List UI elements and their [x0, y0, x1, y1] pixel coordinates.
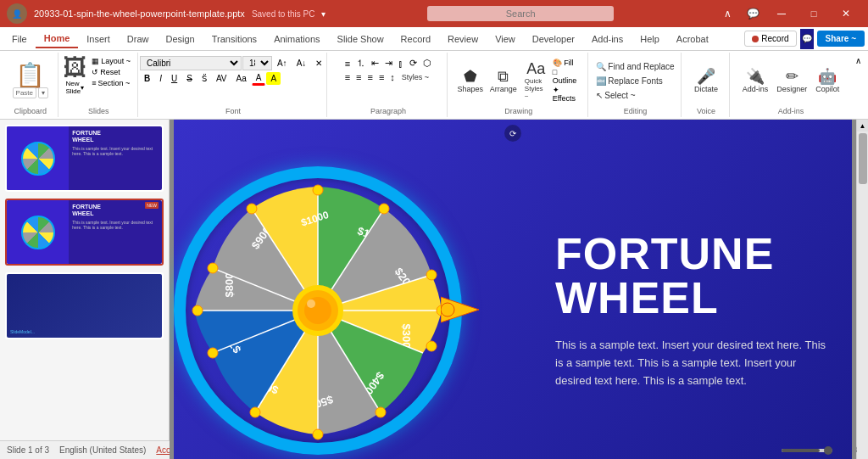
tab-view[interactable]: View [487, 31, 524, 48]
clear-format-btn[interactable]: ✕ [311, 57, 326, 70]
align-left-btn[interactable]: ≡ [342, 71, 353, 83]
char-spacing-btn[interactable]: AV [212, 72, 231, 85]
thumb2-text: This is sample text. Insert your desired… [72, 220, 159, 231]
layout-button[interactable]: ▦ Layout ~ [88, 56, 134, 66]
strikethrough-button[interactable]: S [182, 72, 197, 85]
font-case-btn[interactable]: Aa [231, 72, 250, 85]
font-decrease-btn[interactable]: A↓ [292, 57, 311, 70]
tab-transitions[interactable]: Transitions [203, 31, 265, 48]
tab-record[interactable]: Record [392, 31, 439, 48]
font-size-select[interactable]: 18 [242, 56, 272, 70]
new-slide-label[interactable]: NewSlide▾ [65, 80, 84, 95]
align-right-btn[interactable]: ≡ [365, 71, 376, 83]
font-increase-btn[interactable]: A↑ [273, 57, 292, 70]
styles-button[interactable]: Styles ~ [398, 72, 432, 82]
tab-insert[interactable]: Insert [78, 31, 119, 48]
slide-controls: ▦ Layout ~ ↺ Reset ≡ Section ~ [88, 56, 134, 88]
find-replace-button[interactable]: 🔍 Find and Replace [593, 60, 677, 73]
comment-btn[interactable]: 💬 [741, 2, 765, 25]
paste-dropdown[interactable]: ▾ [38, 87, 48, 98]
collapse-ribbon-btn[interactable]: ∧ [854, 54, 863, 67]
ribbon-collapse-btn[interactable]: ∧ [715, 2, 739, 25]
dictate-icon: 🎤 [697, 69, 715, 84]
shape-fill-btn[interactable]: 🎨 Fill [553, 59, 582, 67]
shape-effects-btn[interactable]: ✦ Effects [553, 86, 582, 103]
tab-home[interactable]: Home [36, 30, 79, 48]
tab-slideshow[interactable]: Slide Show [329, 31, 392, 48]
share-button[interactable]: Share ~ [817, 31, 865, 47]
designer-button[interactable]: ✏ Designer [773, 67, 810, 95]
zoom-slider[interactable] [782, 449, 832, 452]
new-slide-button[interactable]: 🖼 NewSlide▾ [63, 56, 86, 95]
copilot-button[interactable]: 🤖 Copilot [812, 67, 843, 95]
minimize-btn[interactable]: ─ [766, 2, 797, 25]
italic-button[interactable]: I [155, 72, 166, 85]
slide-thumbnail-1[interactable]: FORTUNEWHEEL This is sample text. Insert… [5, 125, 164, 192]
highlight-btn[interactable]: A [266, 72, 281, 85]
slide-thumbnail-3[interactable]: SlideModel... [5, 272, 164, 339]
tab-addins[interactable]: Add-ins [583, 31, 632, 48]
zoom-thumb[interactable] [824, 446, 832, 455]
replace-fonts-button[interactable]: 🔤 Replace Fonts [593, 75, 677, 87]
section-button[interactable]: ≡ Section ~ [88, 78, 134, 88]
search-input[interactable] [427, 6, 614, 21]
text-direction-btn[interactable]: ⟳ [407, 57, 420, 70]
slide-thumbnail-2[interactable]: NEW FORTUNEWHEEL This is sample text. In… [5, 199, 164, 266]
zoom-fill [782, 449, 820, 452]
wheel-pointer [441, 288, 487, 333]
arrange-button[interactable]: ⧉ Arrange [487, 67, 520, 95]
tab-developer[interactable]: Developer [524, 31, 583, 48]
increase-indent-btn[interactable]: ⇥ [382, 57, 395, 70]
numbering-btn[interactable]: ⒈ [353, 56, 368, 70]
title-bar: 👤 20933-01-spin-the-wheel-powerpoint-tem… [0, 0, 868, 27]
tab-file[interactable]: File [3, 31, 36, 48]
font-label: Font [140, 107, 327, 115]
dictate-button[interactable]: 🎤 Dictate [691, 67, 721, 95]
close-btn[interactable]: ✕ [831, 2, 861, 25]
select-button[interactable]: ↖ Select ~ [593, 89, 677, 102]
scroll-thumb-v[interactable] [859, 133, 867, 184]
copilot-icon: 🤖 [818, 69, 837, 84]
tab-animations[interactable]: Animations [265, 31, 328, 48]
slide-canvas: $100 $200 $300 [174, 120, 852, 459]
reset-button[interactable]: ↺ Reset [88, 67, 134, 77]
shape-outline-btn[interactable]: □ Outline [553, 68, 582, 85]
quick-styles-button[interactable]: Aa QuickStyles ~ [521, 59, 551, 102]
layout-icon: ▦ [92, 57, 99, 65]
text-shadow-btn[interactable]: S̈ [198, 72, 211, 85]
comment-ribbon-btn[interactable]: 💬 [800, 29, 814, 49]
align-center-btn[interactable]: ≡ [353, 71, 364, 83]
rim-circle-7 [313, 429, 323, 439]
tab-acrobat[interactable]: Acrobat [668, 31, 717, 48]
tab-design[interactable]: Design [157, 31, 203, 48]
shapes-button[interactable]: ⬟ Shapes [454, 67, 486, 95]
paste-label[interactable]: Paste [13, 87, 36, 98]
col-btn[interactable]: ⫿ [396, 58, 406, 70]
maximize-btn[interactable]: □ [798, 2, 829, 25]
bullets-btn[interactable]: ≡ [342, 58, 353, 70]
font-color-btn[interactable]: A [252, 71, 266, 86]
wheel-svg: $100 $200 $300 [186, 178, 450, 443]
bold-button[interactable]: B [140, 72, 154, 85]
editing-controls: 🔍 Find and Replace 🔤 Replace Fonts ↖ Sel… [593, 60, 677, 102]
line-spacing-btn[interactable]: ↕ [387, 71, 398, 83]
tab-help[interactable]: Help [632, 31, 668, 48]
tab-review[interactable]: Review [439, 31, 487, 48]
slide-helper-icon[interactable]: ⟳ [504, 125, 521, 142]
language-indicator[interactable]: English (United States) [59, 445, 146, 455]
scroll-up-btn[interactable]: ▲ [857, 120, 869, 132]
convert-to-smartart-btn[interactable]: ⬡ [420, 57, 434, 70]
quick-styles-icon: Aa [526, 61, 545, 76]
font-family-select[interactable]: Calibri [140, 56, 242, 70]
decrease-indent-btn[interactable]: ⇤ [369, 57, 381, 70]
justify-btn[interactable]: ≡ [376, 71, 387, 83]
add-ins-button[interactable]: 🔌 Add-ins [739, 67, 772, 95]
tab-draw[interactable]: Draw [119, 31, 158, 48]
record-button[interactable]: Record [744, 31, 796, 47]
paste-button[interactable]: 📋 Paste ▾ [8, 62, 53, 100]
underline-button[interactable]: U [167, 72, 181, 85]
scroll-track-v [857, 132, 868, 459]
collapse-ribbon-area: ∧ [852, 53, 865, 117]
vertical-scrollbar[interactable]: ▲ ▼ [856, 120, 868, 459]
avatar[interactable]: 👤 [7, 3, 27, 24]
